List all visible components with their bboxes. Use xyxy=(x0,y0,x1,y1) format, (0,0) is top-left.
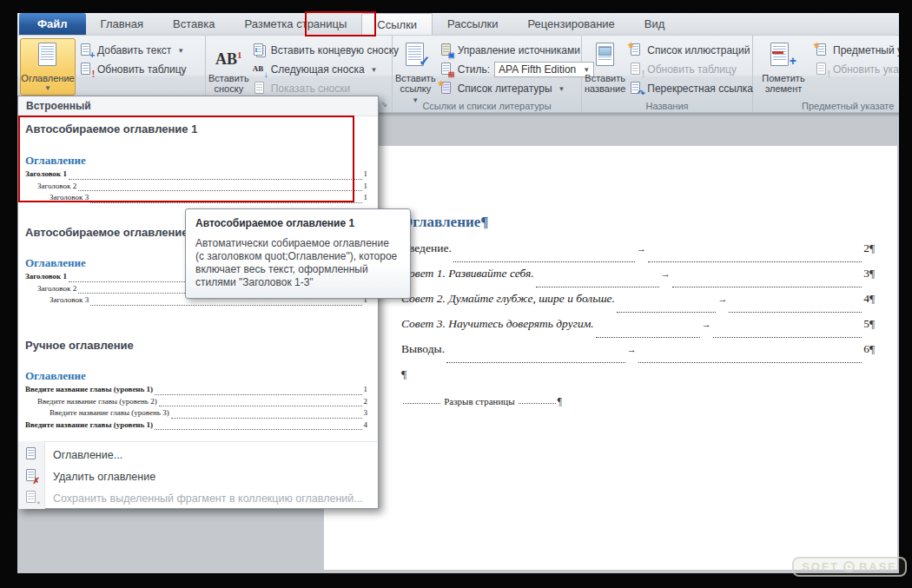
mark-entry-label: Пометить элемент xyxy=(762,73,804,94)
dot-leader xyxy=(155,394,361,395)
dot-leader xyxy=(536,287,659,287)
gallery-item-title: Ручное оглавление xyxy=(25,339,367,352)
softobase-watermark: SOFT BASE xyxy=(792,557,907,577)
dot-leader xyxy=(638,362,862,363)
preview-toc-heading: Оглавление xyxy=(25,369,367,383)
tab-arrow-icon xyxy=(717,294,727,304)
update-figures-table-icon: ! xyxy=(629,63,643,76)
cross-reference-icon: ↷ xyxy=(629,82,643,96)
next-footnote-label: Следующая сноска xyxy=(271,63,365,76)
next-footnote-button[interactable]: AB↓ Следующая сноска ▼ xyxy=(249,60,402,79)
update-figures-table-button[interactable]: ! Обновить таблицу xyxy=(625,60,757,79)
preview-toc-heading: Оглавление xyxy=(25,154,367,168)
tab-arrow-icon xyxy=(627,344,637,354)
preview-toc-row: Введите название главы (уровень 3)3 xyxy=(25,408,367,420)
index-group-label: Предметный указате xyxy=(753,101,899,111)
footnotes-dialog-launcher[interactable]: ⇘ xyxy=(379,99,390,110)
tab-view[interactable]: Вид xyxy=(630,13,680,35)
insert-citation-button[interactable]: ✓ Вставить ссылку ▼ xyxy=(395,38,436,106)
captions-small-buttons: ★ Список иллюстраций ! Обновить таблицу … xyxy=(625,38,757,98)
save-selection-icon: ▪ xyxy=(24,491,38,505)
update-index-icon: ! xyxy=(815,63,829,76)
tab-home[interactable]: Главная xyxy=(86,13,158,35)
manage-sources-label: Управление источниками xyxy=(458,44,580,56)
tab-file[interactable]: Файл xyxy=(19,13,86,35)
style-icon: ▤ xyxy=(439,63,453,76)
toc-button-label: Оглавление xyxy=(21,73,74,83)
cross-reference-button[interactable]: ↷ Перекрестная ссылка xyxy=(625,79,757,98)
tab-page-layout[interactable]: Разметка страницы xyxy=(229,13,361,35)
add-text-button[interactable]: + Добавить текст ▼ xyxy=(76,41,190,60)
dot-leader xyxy=(446,362,625,363)
page-break-mark: Разрыв страницы ¶ xyxy=(401,396,562,406)
insert-caption-button[interactable]: Вставить название xyxy=(585,38,625,96)
pilcrow-mark: ¶ xyxy=(401,367,406,380)
dot-leader xyxy=(648,261,862,262)
document-heading: Оглавление¶ xyxy=(401,214,875,231)
toc-dialog-icon xyxy=(24,447,38,461)
insert-footnote-button[interactable]: AB1 Вставить сноску xyxy=(208,38,249,96)
chevron-down-icon: ▼ xyxy=(44,84,51,92)
bibliography-button[interactable]: ★ Список литературы ▼ xyxy=(436,79,598,98)
dot-leader xyxy=(159,406,362,406)
preview-toc-row: Заголовок 11 xyxy=(25,169,367,182)
show-footnotes-icon xyxy=(253,82,267,96)
citations-small-buttons: ▣ Управление источниками ▤ Стиль: APA Fi… xyxy=(436,38,598,98)
mark-entry-icon: + xyxy=(769,42,798,69)
tab-mailings[interactable]: Рассылки xyxy=(433,13,512,35)
menu-item-label: Оглавление... xyxy=(53,449,122,461)
table-of-figures-button[interactable]: ★ Список иллюстраций xyxy=(625,41,757,60)
mark-entry-button[interactable]: + Пометить элемент xyxy=(756,38,811,96)
insert-citation-icon: ✓ xyxy=(400,42,430,69)
chevron-down-icon: ▼ xyxy=(177,47,184,55)
tab-references[interactable]: Ссылки xyxy=(361,13,433,35)
menu-item-save-selection[interactable]: ▪ Сохранить выделенный фрагмент в коллек… xyxy=(18,487,378,509)
gallery-item-auto-toc-1[interactable]: Автособираемое оглавление 1 Оглавление З… xyxy=(18,116,378,202)
dot-leader xyxy=(729,312,862,313)
menu-item-label: Удалить оглавление xyxy=(53,471,155,483)
toc-gallery-button[interactable]: Оглавление ▼ xyxy=(20,38,76,96)
target-circle-icon xyxy=(843,561,855,572)
watermark-text-left: SOFT xyxy=(802,560,839,573)
ribbon-tab-bar: Файл Главная Вставка Разметка страницы С… xyxy=(17,13,899,36)
update-index-button[interactable]: ! Обновить ука xyxy=(811,60,899,79)
dot-leader xyxy=(171,418,362,419)
bibliography-label: Список литературы xyxy=(458,83,552,95)
captions-group-label: Названия xyxy=(582,101,752,111)
next-footnote-icon: AB↓ xyxy=(253,63,267,76)
dot-leader xyxy=(69,179,361,180)
menu-item-insert-toc[interactable]: Оглавление... xyxy=(18,444,378,466)
preview-toc-row: Введите название главы (уровень 1)1 xyxy=(25,385,367,397)
preview-toc-row: Введите название главы (уровень 1)4 xyxy=(25,420,367,433)
tab-review[interactable]: Рецензирование xyxy=(512,13,629,35)
tooltip-title: Автособираемое оглавление 1 xyxy=(195,217,400,229)
insert-endnote-label: Вставить концевую сноску xyxy=(271,44,399,56)
watermark-text-right: BASE xyxy=(859,560,897,573)
dropdown-header-builtin: Встроенный xyxy=(18,96,378,116)
update-table-button[interactable]: ! Обновить таблицу xyxy=(76,60,190,79)
toc-small-buttons: + Добавить текст ▼ ! Обновить таблицу xyxy=(76,38,190,79)
citation-style-combobox[interactable]: APA Fifth Edition ▼ xyxy=(494,62,594,77)
preview-toc-row: Заголовок 21 xyxy=(25,182,367,194)
word-application-window: Файл Главная Вставка Разметка страницы С… xyxy=(0,0,912,588)
pilcrow-mark: ¶ xyxy=(869,241,875,255)
gallery-item-manual-toc[interactable]: Ручное оглавление Оглавление Введите наз… xyxy=(18,324,378,439)
manage-sources-button[interactable]: ▣ Управление источниками xyxy=(436,41,598,60)
dot-leader xyxy=(453,261,635,262)
pilcrow-mark: ¶ xyxy=(869,342,875,356)
insert-endnote-button[interactable]: i Вставить концевую сноску xyxy=(249,41,402,60)
show-footnotes-label: Показать сноски xyxy=(271,83,351,95)
update-table-label: Обновить таблицу xyxy=(97,63,187,76)
menu-item-remove-toc[interactable]: ✗ Удалить оглавление xyxy=(18,466,378,487)
dot-leader xyxy=(78,190,361,191)
insert-index-button[interactable]: ★ Предметный у xyxy=(811,41,899,60)
toc-entry: Совет 3. Научитесь доверять другим. 5¶ xyxy=(401,317,875,342)
manage-sources-icon: ▣ xyxy=(439,43,453,57)
gallery-item-preview: Оглавление Заголовок 11 Заголовок 21 Заг… xyxy=(25,154,367,205)
tab-insert[interactable]: Вставка xyxy=(158,13,229,35)
gallery-item-title: Автособираемое оглавление 1 xyxy=(25,122,367,135)
table-of-figures-icon: ★ xyxy=(629,43,643,57)
toc-entry: Введение. 2¶ xyxy=(401,241,875,267)
toc-entry: Выводы. 6¶ xyxy=(401,342,875,367)
dot-leader xyxy=(403,403,440,404)
